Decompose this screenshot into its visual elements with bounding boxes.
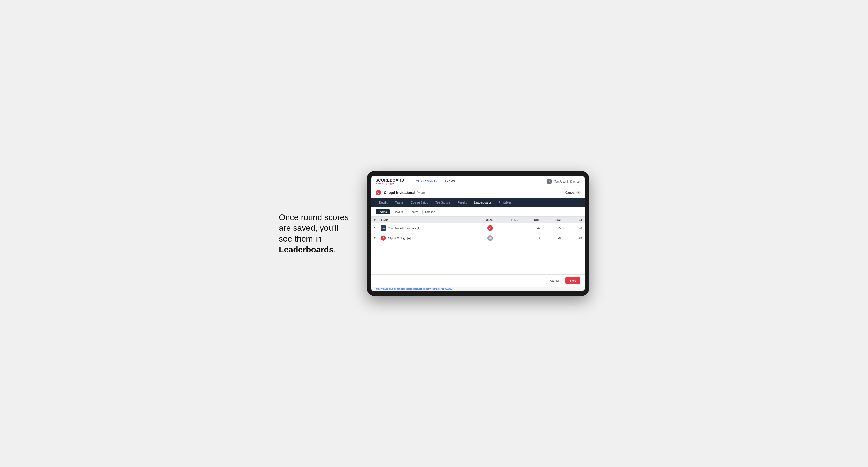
tab-details[interactable]: Details [376,198,392,207]
col-total: TOTAL [468,217,496,223]
nav-link-teams[interactable]: TEAMS [441,176,459,187]
row1-team-logo: SB [381,225,386,231]
tab-bar: Details Teams Course Setup Tee Groups Re… [371,198,585,207]
status-bar: https://stage-blue-coach.stagescoreboard… [371,286,585,291]
tournament-logo: C [376,190,381,195]
logo-brand: clippd [388,182,394,185]
status-url: https://stage-blue-coach.stagescoreboard… [376,287,452,290]
col-rd2: RD2 [542,217,563,223]
sign-out-link[interactable]: Sign out [570,180,580,183]
row1-rank: 1 [371,223,378,233]
tab-tee-groups[interactable]: Tee Groups [432,198,454,207]
user-avatar: S [547,179,552,184]
subtab-strokes[interactable]: Strokes [422,209,438,214]
row1-total: -5 [468,223,496,233]
row2-rank: 2 [371,233,378,243]
cancel-button[interactable]: Cancel [546,277,563,284]
sidebar-description: Once round scores are saved, you'll see … [279,212,351,255]
subtab-scores[interactable]: Scores [407,209,421,214]
logo-sub-prefix: Powered by [376,182,388,185]
row2-team-name: Clippd College [A] [388,237,411,240]
tab-printables[interactable]: Printables [495,198,515,207]
row2-total-badge: +3 [487,235,493,241]
row2-team-logo: C [381,236,386,241]
sidebar-highlight: Leaderboards [279,245,334,254]
leaderboard-table: # TEAM TOTAL THRU RD1 [371,217,585,274]
user-name: Test User | [554,180,568,183]
row2-total: +3 [468,233,496,243]
logo-text: SCOREBOARD [376,178,404,182]
nav-link-tournaments[interactable]: TOURNAMENTS [410,176,441,187]
tournament-title: Clippd Invitational [384,191,415,195]
col-rank: # [371,217,378,223]
row2-team: C Clippd College [A] [378,233,468,243]
subtab-teams[interactable]: Teams [376,209,390,214]
tournament-cancel-label: Cancel [565,191,575,194]
sub-tabs: Teams Players Scores Strokes [371,207,585,217]
tournament-header: C Clippd Invitational (Men) Cancel × [371,187,585,198]
table-row: 1 SB Scoreboard University [A] -5 [371,223,585,233]
nav-right: S Test User | Sign out [547,179,580,184]
col-thru: THRU [496,217,521,223]
logo-area: SCOREBOARD Powered by clippd [376,178,404,185]
row1-rd3: -6 [563,223,585,233]
row1-total-badge: -5 [487,225,493,231]
tab-teams[interactable]: Teams [392,198,407,207]
tablet-screen: SCOREBOARD Powered by clippd TOURNAMENTS… [371,176,585,291]
tab-course-setup[interactable]: Course Setup [407,198,432,207]
row1-rd1: -4 [521,223,542,233]
row1-thru: F [496,223,521,233]
tablet-device: SCOREBOARD Powered by clippd TOURNAMENTS… [367,171,589,296]
logo-sub: Powered by clippd [376,182,404,185]
empty-row [371,243,585,274]
tab-results[interactable]: Results [454,198,470,207]
table-row: 2 C Clippd College [A] +3 [371,233,585,243]
col-rd3: RD3 [563,217,585,223]
row1-rd2: +5 [542,223,563,233]
bottom-bar: Cancel Save [371,274,585,286]
top-nav: SCOREBOARD Powered by clippd TOURNAMENTS… [371,176,585,187]
nav-links: TOURNAMENTS TEAMS [410,176,547,187]
tournament-subtitle: (Men) [417,191,425,194]
tournament-cancel-button[interactable]: Cancel × [565,191,580,195]
sidebar-punctuation: . [334,245,336,254]
row2-rd3: +3 [563,233,585,243]
cancel-x-icon: × [576,191,580,195]
col-team: TEAM [378,217,468,223]
col-rd1: RD1 [521,217,542,223]
subtab-players[interactable]: Players [391,209,406,214]
row2-rd1: +8 [521,233,542,243]
table-header-row: # TEAM TOTAL THRU RD1 [371,217,585,223]
row2-thru: F [496,233,521,243]
row1-team: SB Scoreboard University [A] [378,223,468,233]
page-wrapper: Once round scores are saved, you'll see … [253,171,615,296]
tab-leaderboards[interactable]: Leaderboards [470,198,495,207]
save-button[interactable]: Save [565,277,580,284]
row1-team-name: Scoreboard University [A] [388,226,420,229]
sidebar-text-line1: Once round scores are saved, you'll see … [279,213,349,243]
row2-rd2: -8 [542,233,563,243]
